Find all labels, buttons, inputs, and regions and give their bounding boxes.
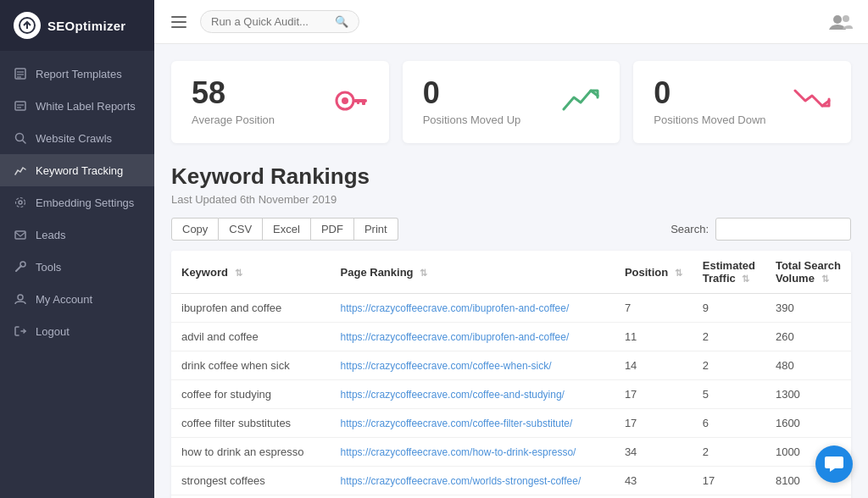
sidebar-item-embedding-settings[interactable]: Embedding Settings bbox=[0, 186, 154, 219]
avg-position-label: Average Position bbox=[192, 113, 275, 126]
sidebar-item-tools[interactable]: Tools bbox=[0, 251, 154, 283]
sidebar-item-label-tools: Tools bbox=[36, 261, 61, 274]
arrow-down-icon bbox=[793, 86, 831, 119]
topbar-right bbox=[827, 8, 854, 36]
cell-keyword: coffee for studying bbox=[171, 380, 331, 409]
sidebar-item-label-my-account: My Account bbox=[36, 293, 92, 306]
menu-toggle[interactable] bbox=[168, 13, 190, 31]
sidebar-item-website-crawls[interactable]: Website Crawls bbox=[0, 122, 154, 154]
svg-point-14 bbox=[20, 262, 25, 267]
cell-estimated-traffic: 5 bbox=[693, 380, 765, 409]
svg-rect-23 bbox=[357, 99, 359, 104]
logo[interactable]: SEOptimizer bbox=[0, 0, 154, 51]
embedding-settings-icon bbox=[14, 196, 27, 209]
sidebar-item-report-templates[interactable]: Report Templates bbox=[0, 58, 154, 90]
search-input[interactable] bbox=[211, 15, 330, 28]
keyword-tracking-icon bbox=[14, 163, 27, 177]
content-area: 58 Average Position 0 Posi bbox=[154, 44, 868, 498]
avg-position-value: 58 bbox=[192, 78, 275, 108]
col-total-search-volume: Total SearchVolume ⇅ bbox=[765, 251, 851, 294]
export-copy-button[interactable]: Copy bbox=[171, 218, 219, 241]
logo-icon bbox=[14, 12, 41, 39]
cell-total-search-volume: 1000 bbox=[765, 495, 851, 499]
cell-page-ranking[interactable]: https://crazycoffeecrave.com/ibuprofen-a… bbox=[331, 323, 615, 351]
positions-down-value: 0 bbox=[654, 78, 765, 108]
cell-total-search-volume: 480 bbox=[765, 351, 851, 380]
cell-page-ranking[interactable]: https://crazycoffeecrave.com/coffee-when… bbox=[331, 351, 615, 380]
svg-point-17 bbox=[833, 15, 842, 24]
cell-position: 43 bbox=[615, 467, 693, 495]
cell-total-search-volume: 1600 bbox=[765, 409, 851, 438]
svg-line-9 bbox=[23, 141, 26, 144]
col-keyword: Keyword ⇅ bbox=[171, 251, 331, 294]
export-csv-button[interactable]: CSV bbox=[219, 218, 263, 241]
cell-estimated-traffic: 17 bbox=[693, 467, 765, 495]
svg-rect-12 bbox=[15, 231, 25, 239]
table-search-input[interactable] bbox=[715, 218, 851, 241]
sidebar-item-label-keyword-tracking: Keyword Tracking bbox=[36, 164, 123, 177]
cell-keyword: ibuprofen and coffee bbox=[171, 294, 331, 323]
white-label-reports-icon bbox=[14, 99, 27, 113]
table-row: coffee filter substitutes https://crazyc… bbox=[171, 409, 851, 438]
cell-page-ranking[interactable]: https://crazycoffeecrave.com/coffee-and-… bbox=[331, 380, 615, 409]
cell-page-ranking[interactable]: https://crazycoffeecrave.com/coffee-filt… bbox=[331, 409, 615, 438]
svg-rect-22 bbox=[362, 99, 365, 105]
sidebar-item-leads[interactable]: Leads bbox=[0, 219, 154, 251]
sidebar-item-label-leads: Leads bbox=[36, 229, 65, 241]
cell-page-ranking[interactable]: https://crazycoffeecrave.com/most-expens… bbox=[331, 495, 615, 499]
svg-point-11 bbox=[16, 198, 25, 208]
cell-estimated-traffic: 2 bbox=[693, 323, 765, 351]
cell-total-search-volume: 1300 bbox=[765, 380, 851, 409]
cell-estimated-traffic: 6 bbox=[693, 409, 765, 438]
cell-total-search-volume: 390 bbox=[765, 294, 851, 323]
sidebar-item-label-embedding-settings: Embedding Settings bbox=[36, 196, 134, 209]
cell-position: 7 bbox=[615, 294, 693, 323]
logo-text: SEOptimizer bbox=[47, 19, 126, 33]
quick-audit-search[interactable]: 🔍 bbox=[200, 10, 359, 33]
my-account-icon bbox=[14, 292, 27, 306]
export-pdf-button[interactable]: PDF bbox=[311, 218, 354, 241]
export-excel-button[interactable]: Excel bbox=[263, 218, 311, 241]
positions-up-label: Positions Moved Up bbox=[423, 113, 521, 126]
table-row: how to drink an espresso https://crazyco… bbox=[171, 438, 851, 467]
export-print-button[interactable]: Print bbox=[354, 218, 398, 241]
positions-up-value: 0 bbox=[423, 78, 521, 108]
sidebar-item-logout[interactable]: Logout bbox=[0, 315, 154, 347]
tools-icon bbox=[14, 260, 27, 274]
cell-position: 14 bbox=[615, 351, 693, 380]
col-page-ranking: Page Ranking ⇅ bbox=[331, 251, 615, 294]
cell-page-ranking[interactable]: https://crazycoffeecrave.com/worlds-stro… bbox=[331, 467, 615, 495]
table-row: most expensive coffee beans https://craz… bbox=[171, 495, 851, 499]
chat-bubble[interactable] bbox=[815, 445, 853, 483]
cell-total-search-volume: 260 bbox=[765, 323, 851, 351]
svg-point-10 bbox=[19, 201, 22, 204]
svg-point-15 bbox=[18, 295, 23, 300]
sidebar-item-white-label-reports[interactable]: White Label Reports bbox=[0, 90, 154, 122]
cell-position: 17 bbox=[615, 380, 693, 409]
sidebar-item-keyword-tracking[interactable]: Keyword Tracking bbox=[0, 154, 154, 186]
sidebar: SEOptimizer Report Templates White Label… bbox=[0, 0, 154, 498]
search-icon: 🔍 bbox=[335, 15, 348, 28]
cell-page-ranking[interactable]: https://crazycoffeecrave.com/how-to-drin… bbox=[331, 438, 615, 467]
cell-page-ranking[interactable]: https://crazycoffeecrave.com/ibuprofen-a… bbox=[331, 294, 615, 323]
sidebar-item-label-report-templates: Report Templates bbox=[36, 68, 122, 80]
cell-keyword: coffee filter substitutes bbox=[171, 409, 331, 438]
sidebar-item-my-account[interactable]: My Account bbox=[0, 283, 154, 315]
logout-icon bbox=[14, 324, 27, 338]
search-label: Search: bbox=[670, 223, 709, 235]
section-title: Keyword Rankings bbox=[171, 163, 851, 190]
cell-keyword: advil and coffee bbox=[171, 323, 331, 351]
cell-estimated-traffic: 2 bbox=[693, 351, 765, 380]
export-buttons: CopyCSVExcelPDFPrint bbox=[171, 218, 398, 241]
topbar: 🔍 bbox=[154, 0, 868, 44]
cell-position: 34 bbox=[615, 438, 693, 467]
positions-down-label: Positions Moved Down bbox=[654, 113, 765, 126]
key-icon bbox=[335, 86, 369, 118]
table-controls: CopyCSVExcelPDFPrint Search: bbox=[171, 218, 851, 241]
users-icon[interactable] bbox=[827, 8, 854, 36]
svg-rect-5 bbox=[15, 102, 25, 110]
svg-point-20 bbox=[342, 97, 348, 104]
cell-keyword: drink coffee when sick bbox=[171, 351, 331, 380]
table-header: Keyword ⇅ Page Ranking ⇅ Position ⇅ Esti… bbox=[171, 251, 851, 294]
cell-keyword: strongest coffees bbox=[171, 467, 331, 495]
